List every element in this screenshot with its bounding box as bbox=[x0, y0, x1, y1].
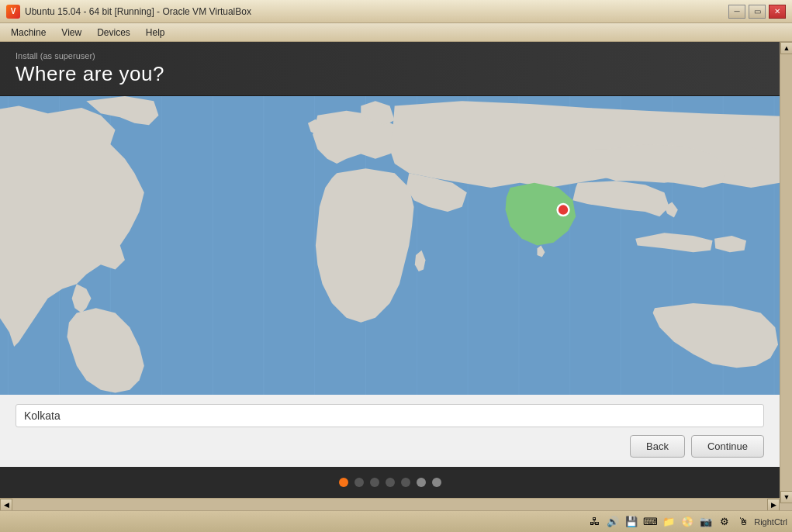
network-icon: 🖧 bbox=[586, 514, 602, 530]
button-row: Back Continue bbox=[16, 435, 764, 458]
horizontal-scrollbar[interactable]: ◀ ▶ bbox=[0, 498, 780, 510]
status-bar: 🖧 🔊 💾 ⌨ 📁 📀 📷 ⚙ 🖱 RightCtrl bbox=[0, 510, 792, 532]
menu-bar: Machine View Devices Help bbox=[0, 23, 792, 42]
installer-form: Back Continue bbox=[0, 395, 780, 467]
menu-view[interactable]: View bbox=[54, 26, 89, 40]
dot-1 bbox=[339, 478, 348, 487]
folder-icon: 📁 bbox=[661, 514, 676, 530]
close-button[interactable]: ✕ bbox=[769, 5, 786, 19]
scrollbar-track[interactable] bbox=[780, 54, 792, 491]
progress-dots bbox=[0, 467, 780, 498]
world-map-svg[interactable] bbox=[0, 96, 780, 395]
dot-4 bbox=[386, 478, 395, 487]
scroll-up-button[interactable]: ▲ bbox=[780, 42, 792, 54]
dot-3 bbox=[370, 478, 379, 487]
city-input[interactable] bbox=[16, 404, 764, 427]
ubuntu-installer: Install (as superuser) Where are you? bbox=[0, 42, 780, 498]
window-frame: V Ubuntu 15.04 - 64 bit [Running] - Orac… bbox=[0, 0, 792, 532]
host-key-label: RightCtrl bbox=[754, 517, 787, 527]
continue-button[interactable]: Continue bbox=[691, 435, 764, 458]
title-bar-left: V Ubuntu 15.04 - 64 bit [Running] - Orac… bbox=[6, 5, 251, 19]
audio-icon: 🔊 bbox=[605, 514, 621, 530]
dot-2 bbox=[354, 478, 364, 487]
vertical-scrollbar[interactable]: ▲ ▼ bbox=[780, 42, 792, 503]
vm-display: Install (as superuser) Where are you? bbox=[0, 42, 780, 498]
menu-machine[interactable]: Machine bbox=[3, 26, 54, 40]
menu-devices[interactable]: Devices bbox=[89, 26, 138, 40]
menu-help[interactable]: Help bbox=[138, 26, 173, 40]
installer-header: Install (as superuser) Where are you? bbox=[0, 42, 780, 96]
minimize-button[interactable]: ─ bbox=[728, 5, 745, 19]
hscrollbar-track[interactable] bbox=[12, 499, 767, 510]
window-controls: ─ ▭ ✕ bbox=[728, 5, 786, 19]
mouse-icon: 🖱 bbox=[735, 514, 751, 530]
window-title: Ubuntu 15.04 - 64 bit [Running] - Oracle… bbox=[25, 6, 251, 17]
keyboard-icon: ⌨ bbox=[642, 514, 658, 530]
dot-5 bbox=[401, 478, 410, 487]
title-bar: V Ubuntu 15.04 - 64 bit [Running] - Orac… bbox=[0, 0, 792, 23]
usb-icon: 💾 bbox=[624, 514, 639, 530]
world-map-container[interactable] bbox=[0, 96, 780, 395]
disk-icon: 📀 bbox=[680, 514, 695, 530]
installer-title: Where are you? bbox=[16, 62, 764, 86]
dot-7 bbox=[432, 478, 441, 487]
installer-subtitle: Install (as superuser) bbox=[16, 51, 764, 60]
scroll-left-button[interactable]: ◀ bbox=[0, 499, 12, 511]
dot-6 bbox=[417, 478, 426, 487]
settings-icon: ⚙ bbox=[717, 514, 732, 530]
camera-icon: 📷 bbox=[698, 514, 714, 530]
back-button[interactable]: Back bbox=[630, 435, 685, 458]
svg-point-17 bbox=[558, 204, 569, 216]
virtualbox-icon: V bbox=[6, 5, 20, 19]
scroll-down-button[interactable]: ▼ bbox=[780, 491, 792, 503]
scroll-right-button[interactable]: ▶ bbox=[767, 499, 780, 511]
restore-button[interactable]: ▭ bbox=[749, 5, 766, 19]
